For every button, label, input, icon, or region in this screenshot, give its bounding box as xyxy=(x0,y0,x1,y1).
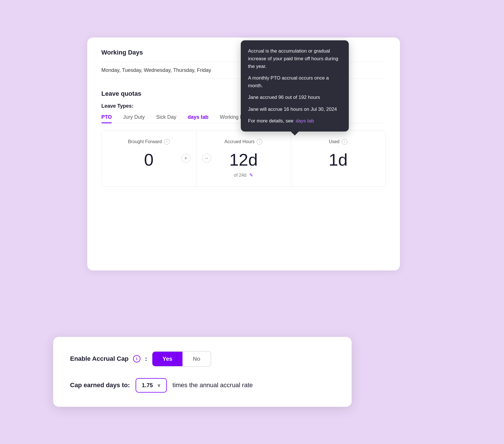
tooltip-line-4: Jane will accrue 16 hours on Jul 30, 202… xyxy=(248,105,341,113)
brought-forward-value: 0 xyxy=(107,151,190,168)
accrued-hours-header: Accrued Hours i xyxy=(202,139,285,145)
brought-forward-label: Brought Forward xyxy=(128,139,162,144)
brought-forward-header: Brought Forward i xyxy=(107,139,190,145)
quota-card-brought-forward: Brought Forward i 0 + xyxy=(102,130,196,186)
accrual-tooltip: Accrual is the accumulation or gradual i… xyxy=(241,40,349,132)
brought-forward-plus-btn[interactable]: + xyxy=(181,154,190,163)
tab-jury-duty[interactable]: Jury Duty xyxy=(123,114,145,123)
quota-cards-row: Brought Forward i 0 + − Accrued Hours i … xyxy=(101,130,386,187)
accrual-cap-label: Enable Accrual Cap xyxy=(70,355,129,362)
bottom-card: Enable Accrual Cap i : Yes No Cap earned… xyxy=(53,337,352,407)
cap-days-value: 1.75 xyxy=(142,382,153,389)
tooltip-line-1: Accrual is the accumulation or gradual i… xyxy=(248,47,341,70)
main-card: Working Days Monday, Tuesday, Wednesday,… xyxy=(87,37,400,270)
cap-days-label: Cap earned days to: xyxy=(70,382,130,389)
used-header: Used i xyxy=(297,139,380,145)
accrued-hours-edit-icon[interactable]: ✎ xyxy=(249,173,253,178)
cap-days-select[interactable]: 1.75 ∨ xyxy=(136,378,167,393)
quota-card-used: Used i 1d xyxy=(291,130,385,186)
toggle-no-button[interactable]: No xyxy=(182,352,211,366)
cap-days-chevron-icon: ∨ xyxy=(157,383,161,388)
accrued-hours-subvalue: of 24d ✎ xyxy=(202,172,285,178)
toggle-yes-button[interactable]: Yes xyxy=(152,352,182,366)
brought-forward-info-icon[interactable]: i xyxy=(164,139,170,145)
tooltip-days-tab-link[interactable]: days tab xyxy=(296,117,314,125)
tab-sick-day[interactable]: Sick Day xyxy=(156,114,176,123)
accrued-hours-info-icon[interactable]: i xyxy=(257,139,262,145)
accrual-cap-colon: : xyxy=(145,355,147,362)
used-value: 1d xyxy=(297,151,380,168)
tab-days[interactable]: days tab xyxy=(188,114,208,123)
accrual-cap-info-icon[interactable]: i xyxy=(133,355,140,362)
cap-days-row: Cap earned days to: 1.75 ∨ times the ann… xyxy=(70,378,335,393)
accrual-cap-row: Enable Accrual Cap i : Yes No xyxy=(70,351,335,367)
quota-card-accrued-hours: − Accrued Hours i 12d of 24d ✎ xyxy=(196,130,291,186)
used-label: Used xyxy=(329,139,339,144)
tooltip-line-5: For more details, see days tab xyxy=(248,117,341,125)
accrued-hours-label: Accrued Hours xyxy=(225,139,255,144)
tab-pto[interactable]: PTO xyxy=(101,114,112,123)
accrual-cap-toggle: Yes No xyxy=(152,351,211,367)
accrued-hours-value: 12d xyxy=(202,151,285,168)
tooltip-line-2: A monthly PTO accrual occurs once a mont… xyxy=(248,74,341,89)
tooltip-line-3: Jane accrued 96 out of 192 hours xyxy=(248,93,341,101)
accrued-hours-minus-btn[interactable]: − xyxy=(202,154,211,163)
used-info-icon[interactable]: i xyxy=(342,139,347,145)
cap-days-suffix: times the annual accrual rate xyxy=(173,382,253,389)
